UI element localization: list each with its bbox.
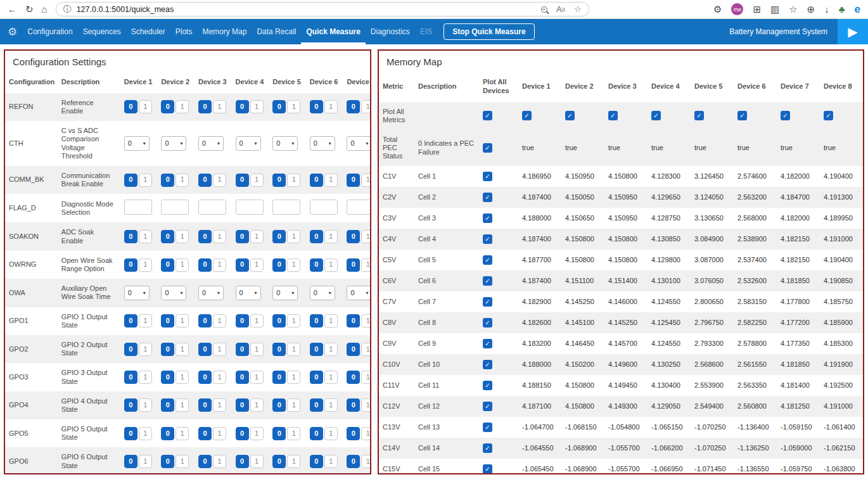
gpo6-device-6-toggle[interactable]: 01 <box>310 455 338 468</box>
refresh-icon[interactable]: ↻ <box>25 4 34 14</box>
toggle-option-0[interactable]: 0 <box>310 100 323 113</box>
plot-c8v-checkbox[interactable]: ✓ <box>483 318 492 328</box>
plot-c4v-checkbox[interactable]: ✓ <box>483 234 492 244</box>
comm-bk-device-2-toggle[interactable]: 01 <box>161 174 189 187</box>
soakon-device-7-toggle[interactable]: 01 <box>347 230 371 243</box>
toggle-option-0[interactable]: 0 <box>198 230 212 243</box>
toggle-option-1[interactable]: 1 <box>250 230 264 243</box>
soakon-device-1-toggle[interactable]: 01 <box>124 230 152 243</box>
toggle-option-0[interactable]: 0 <box>347 100 360 113</box>
toggle-option-0[interactable]: 0 <box>198 371 212 384</box>
nav-item-sequences[interactable]: Sequences <box>78 19 126 44</box>
gpo5-device-7-toggle[interactable]: 01 <box>347 427 371 440</box>
gpo1-device-4-toggle[interactable]: 01 <box>236 314 264 328</box>
toggle-option-0[interactable]: 0 <box>310 343 323 356</box>
nav-item-memory-map[interactable]: Memory Map <box>197 19 252 44</box>
cth-device-4-select[interactable]: 0▾ <box>236 136 261 151</box>
flag-d-device-2-input[interactable] <box>161 200 189 215</box>
downloads-icon[interactable]: ↓ <box>824 4 829 14</box>
soakon-device-4-toggle[interactable]: 01 <box>236 230 264 243</box>
toggle-option-1[interactable]: 1 <box>324 258 338 272</box>
gpo4-device-7-toggle[interactable]: 01 <box>347 398 371 412</box>
toggle-option-0[interactable]: 0 <box>198 427 212 440</box>
toggle-option-1[interactable]: 1 <box>139 455 152 468</box>
toggle-option-0[interactable]: 0 <box>236 343 249 356</box>
gpo3-device-4-toggle[interactable]: 01 <box>236 371 264 384</box>
gpo6-device-2-toggle[interactable]: 01 <box>161 455 189 468</box>
toggle-option-0[interactable]: 0 <box>198 314 212 328</box>
site-info-icon[interactable]: ⓘ <box>63 4 72 15</box>
gpo6-device-5-toggle[interactable]: 01 <box>272 455 300 468</box>
toggle-option-0[interactable]: 0 <box>161 230 174 243</box>
toggle-option-0[interactable]: 0 <box>236 174 249 187</box>
toggle-option-0[interactable]: 0 <box>124 343 137 356</box>
comm-bk-device-6-toggle[interactable]: 01 <box>310 174 338 187</box>
toggle-option-1[interactable]: 1 <box>324 398 338 412</box>
toggle-option-1[interactable]: 1 <box>287 455 300 468</box>
toggle-option-1[interactable]: 1 <box>213 455 226 468</box>
gpo1-device-1-toggle[interactable]: 01 <box>124 314 152 328</box>
toggle-option-0[interactable]: 0 <box>236 314 249 328</box>
toggle-option-0[interactable]: 0 <box>310 258 323 272</box>
plot-total-pec-status-checkbox[interactable]: ✓ <box>483 143 492 153</box>
toggle-option-0[interactable]: 0 <box>272 427 286 440</box>
nav-item-diagnostics[interactable]: Diagnostics <box>366 19 415 44</box>
nav-item-quick-measure[interactable]: Quick Measure <box>301 19 365 44</box>
edge-logo-icon[interactable]: e <box>855 4 860 15</box>
toggle-option-1[interactable]: 1 <box>361 314 371 328</box>
gpo5-device-6-toggle[interactable]: 01 <box>310 427 338 440</box>
toggle-option-1[interactable]: 1 <box>250 427 264 440</box>
cth-device-1-select[interactable]: 0▾ <box>124 136 150 151</box>
toggle-option-1[interactable]: 1 <box>139 100 152 113</box>
toggle-option-0[interactable]: 0 <box>310 230 323 243</box>
toggle-option-0[interactable]: 0 <box>236 427 249 440</box>
toggle-option-0[interactable]: 0 <box>310 398 323 412</box>
toggle-option-1[interactable]: 1 <box>324 230 338 243</box>
toggle-option-1[interactable]: 1 <box>176 174 189 187</box>
gear-icon[interactable]: ⚙ <box>713 4 722 14</box>
toggle-option-0[interactable]: 0 <box>124 398 137 412</box>
toggle-option-1[interactable]: 1 <box>287 343 300 356</box>
toggle-option-1[interactable]: 1 <box>324 174 338 187</box>
gpo3-device-1-toggle[interactable]: 01 <box>124 371 152 384</box>
toggle-option-1[interactable]: 1 <box>176 100 189 113</box>
zoom-out-icon[interactable] <box>541 6 547 13</box>
toggle-option-0[interactable]: 0 <box>272 100 286 113</box>
plot-c14v-checkbox[interactable]: ✓ <box>483 443 492 453</box>
flag-d-device-6-input[interactable] <box>310 200 338 215</box>
toggle-option-0[interactable]: 0 <box>124 455 137 468</box>
toggle-option-0[interactable]: 0 <box>310 314 323 328</box>
toggle-option-0[interactable]: 0 <box>347 371 360 384</box>
favorites-icon[interactable]: ☆ <box>789 4 797 14</box>
comm-bk-device-7-toggle[interactable]: 01 <box>347 174 371 187</box>
toggle-option-0[interactable]: 0 <box>310 174 323 187</box>
toggle-option-0[interactable]: 0 <box>310 455 323 468</box>
toggle-option-0[interactable]: 0 <box>161 427 174 440</box>
owa-device-6-select[interactable]: 0▾ <box>310 286 335 300</box>
toggle-option-1[interactable]: 1 <box>250 398 264 412</box>
plot-device-4-checkbox[interactable]: ✓ <box>651 111 661 120</box>
toggle-option-1[interactable]: 1 <box>139 314 152 328</box>
address-bar[interactable]: ⓘ 127.0.0.1:5001/quick_meas A)) ☆ <box>56 2 589 16</box>
plot-device-8-checkbox[interactable]: ✓ <box>824 111 833 120</box>
soakon-device-5-toggle[interactable]: 01 <box>272 230 300 243</box>
toggle-option-1[interactable]: 1 <box>361 258 371 272</box>
toggle-option-1[interactable]: 1 <box>324 371 338 384</box>
gpo5-device-3-toggle[interactable]: 01 <box>198 427 226 440</box>
soakon-device-2-toggle[interactable]: 01 <box>161 230 189 243</box>
refon-device-7-toggle[interactable]: 01 <box>347 100 371 113</box>
toggle-option-0[interactable]: 0 <box>347 455 360 468</box>
cth-device-6-select[interactable]: 0▾ <box>310 136 335 151</box>
flag-d-device-4-input[interactable] <box>236 200 264 215</box>
plot-c11v-checkbox[interactable]: ✓ <box>483 381 492 390</box>
refon-device-1-toggle[interactable]: 01 <box>124 100 152 113</box>
toggle-option-1[interactable]: 1 <box>213 427 226 440</box>
toggle-option-0[interactable]: 0 <box>198 343 212 356</box>
gpo6-device-1-toggle[interactable]: 01 <box>124 455 152 468</box>
toggle-option-0[interactable]: 0 <box>198 455 212 468</box>
toggle-option-1[interactable]: 1 <box>250 258 264 272</box>
plot-c2v-checkbox[interactable]: ✓ <box>483 193 492 202</box>
gpo4-device-2-toggle[interactable]: 01 <box>161 398 189 412</box>
read-aloud-icon[interactable]: A)) <box>556 4 565 14</box>
toggle-option-0[interactable]: 0 <box>124 314 137 328</box>
